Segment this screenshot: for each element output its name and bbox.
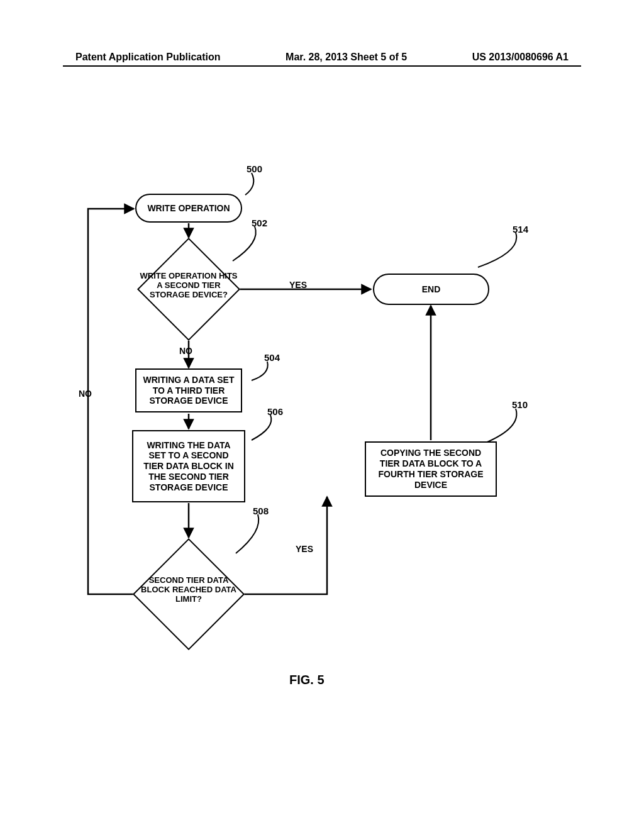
node-hits-second-tier: WRITE OPERATION HITS A SECOND TIER STORA… <box>138 238 240 340</box>
edge-yes-1: YES <box>289 280 307 290</box>
node-write-third-tier: WRITING A DATA SET TO A THIRD TIER STORA… <box>135 368 242 412</box>
node-end-label: END <box>422 284 441 295</box>
node-write-third-tier-label: WRITING A DATA SET TO A THIRD TIER STORA… <box>139 375 238 406</box>
ref-500: 500 <box>247 163 262 174</box>
edge-no-2: NO <box>79 389 92 399</box>
node-write-second-tier-block-label: WRITING THE DATA SET TO A SECOND TIER DA… <box>138 440 239 493</box>
node-reached-data-limit-label: SECOND TIER DATA BLOCK REACHED DATA LIMI… <box>141 575 236 604</box>
header-mid: Mar. 28, 2013 Sheet 5 of 5 <box>286 52 407 63</box>
ref-514: 514 <box>513 224 528 235</box>
ref-502: 502 <box>252 218 267 228</box>
header-right: US 2013/0080696 A1 <box>472 52 569 63</box>
ref-504: 504 <box>264 352 280 363</box>
header-rule <box>63 65 581 67</box>
node-end: END <box>373 274 489 305</box>
ref-510: 510 <box>512 399 528 410</box>
node-copy-fourth-tier: COPYING THE SECOND TIER DATA BLOCK TO A … <box>365 441 497 497</box>
ref-508: 508 <box>253 506 269 516</box>
flowchart: 500 502 514 504 506 510 508 YES NO YES N… <box>63 163 581 729</box>
ref-506: 506 <box>267 406 283 417</box>
node-copy-fourth-tier-label: COPYING THE SECOND TIER DATA BLOCK TO A … <box>371 448 491 490</box>
edge-no-1: NO <box>179 346 192 356</box>
node-write-second-tier-block: WRITING THE DATA SET TO A SECOND TIER DA… <box>132 430 245 502</box>
edge-yes-2: YES <box>296 544 313 554</box>
node-reached-data-limit: SECOND TIER DATA BLOCK REACHED DATA LIMI… <box>134 540 243 649</box>
page-header: Patent Application Publication Mar. 28, … <box>0 52 644 63</box>
node-write-operation: WRITE OPERATION <box>135 194 242 223</box>
header-left: Patent Application Publication <box>75 52 221 63</box>
node-hits-second-tier-label: WRITE OPERATION HITS A SECOND TIER STORA… <box>140 271 237 299</box>
node-write-operation-label: WRITE OPERATION <box>147 203 230 214</box>
figure-caption: FIG. 5 <box>289 673 325 687</box>
